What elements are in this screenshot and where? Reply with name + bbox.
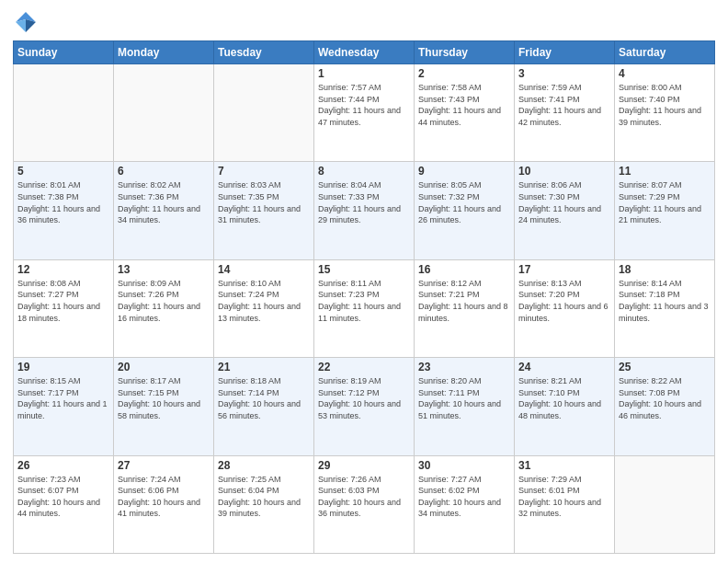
header <box>13 9 715 35</box>
calendar-cell: 17Sunrise: 8:13 AM Sunset: 7:20 PM Dayli… <box>515 259 615 357</box>
calendar-cell: 12Sunrise: 8:08 AM Sunset: 7:27 PM Dayli… <box>14 259 114 357</box>
calendar-week-row: 1Sunrise: 7:57 AM Sunset: 7:44 PM Daylig… <box>14 64 715 162</box>
day-number: 11 <box>619 165 711 178</box>
day-info: Sunrise: 8:08 AM Sunset: 7:27 PM Dayligh… <box>17 278 109 324</box>
calendar-cell: 8Sunrise: 8:04 AM Sunset: 7:33 PM Daylig… <box>314 162 415 259</box>
day-number: 15 <box>318 263 410 276</box>
calendar-cell: 24Sunrise: 8:21 AM Sunset: 7:10 PM Dayli… <box>515 358 615 455</box>
calendar-week-row: 12Sunrise: 8:08 AM Sunset: 7:27 PM Dayli… <box>14 259 715 357</box>
calendar-cell: 28Sunrise: 7:25 AM Sunset: 6:04 PM Dayli… <box>214 455 314 553</box>
day-info: Sunrise: 8:15 AM Sunset: 7:17 PM Dayligh… <box>17 375 109 421</box>
calendar-cell: 26Sunrise: 7:23 AM Sunset: 6:07 PM Dayli… <box>14 455 114 553</box>
day-number: 31 <box>518 459 610 472</box>
calendar-cell: 15Sunrise: 8:11 AM Sunset: 7:23 PM Dayli… <box>314 259 415 357</box>
calendar-table: SundayMondayTuesdayWednesdayThursdayFrid… <box>13 40 715 554</box>
day-info: Sunrise: 7:26 AM Sunset: 6:03 PM Dayligh… <box>318 474 410 520</box>
calendar-cell: 14Sunrise: 8:10 AM Sunset: 7:24 PM Dayli… <box>214 259 314 357</box>
day-number: 8 <box>318 165 410 178</box>
day-info: Sunrise: 7:29 AM Sunset: 6:01 PM Dayligh… <box>518 474 610 520</box>
logo <box>13 9 42 35</box>
weekday-header-tuesday: Tuesday <box>214 41 314 64</box>
calendar-cell: 18Sunrise: 8:14 AM Sunset: 7:18 PM Dayli… <box>615 259 715 357</box>
day-info: Sunrise: 8:20 AM Sunset: 7:11 PM Dayligh… <box>418 375 510 421</box>
weekday-header-thursday: Thursday <box>415 41 515 64</box>
calendar-cell: 11Sunrise: 8:07 AM Sunset: 7:29 PM Dayli… <box>615 162 715 259</box>
day-info: Sunrise: 7:25 AM Sunset: 6:04 PM Dayligh… <box>218 474 310 520</box>
day-number: 27 <box>118 459 210 472</box>
day-number: 6 <box>118 165 210 178</box>
weekday-header-monday: Monday <box>114 41 214 64</box>
weekday-header-saturday: Saturday <box>615 41 715 64</box>
calendar-cell: 31Sunrise: 7:29 AM Sunset: 6:01 PM Dayli… <box>515 455 615 553</box>
day-number: 29 <box>318 459 410 472</box>
calendar-week-row: 19Sunrise: 8:15 AM Sunset: 7:17 PM Dayli… <box>14 358 715 455</box>
day-info: Sunrise: 8:18 AM Sunset: 7:14 PM Dayligh… <box>218 375 310 421</box>
day-info: Sunrise: 8:07 AM Sunset: 7:29 PM Dayligh… <box>619 179 711 225</box>
day-info: Sunrise: 8:09 AM Sunset: 7:26 PM Dayligh… <box>118 278 210 324</box>
day-info: Sunrise: 7:24 AM Sunset: 6:06 PM Dayligh… <box>118 474 210 520</box>
day-info: Sunrise: 7:57 AM Sunset: 7:44 PM Dayligh… <box>318 82 410 128</box>
day-number: 19 <box>17 361 109 373</box>
day-number: 5 <box>17 165 109 178</box>
day-info: Sunrise: 7:58 AM Sunset: 7:43 PM Dayligh… <box>418 82 510 128</box>
day-info: Sunrise: 8:12 AM Sunset: 7:21 PM Dayligh… <box>418 278 510 324</box>
day-info: Sunrise: 8:00 AM Sunset: 7:40 PM Dayligh… <box>619 82 711 128</box>
calendar-cell: 3Sunrise: 7:59 AM Sunset: 7:41 PM Daylig… <box>515 64 615 162</box>
logo-icon <box>13 9 39 35</box>
calendar-cell: 23Sunrise: 8:20 AM Sunset: 7:11 PM Dayli… <box>415 358 515 455</box>
calendar-cell: 9Sunrise: 8:05 AM Sunset: 7:32 PM Daylig… <box>415 162 515 259</box>
day-number: 14 <box>218 263 310 276</box>
day-number: 7 <box>218 165 310 178</box>
day-info: Sunrise: 8:19 AM Sunset: 7:12 PM Dayligh… <box>318 375 410 421</box>
calendar-cell <box>214 64 314 162</box>
calendar-cell: 27Sunrise: 7:24 AM Sunset: 6:06 PM Dayli… <box>114 455 214 553</box>
day-number: 2 <box>418 67 510 80</box>
calendar-cell <box>14 64 114 162</box>
calendar-cell: 6Sunrise: 8:02 AM Sunset: 7:36 PM Daylig… <box>114 162 214 259</box>
day-info: Sunrise: 8:05 AM Sunset: 7:32 PM Dayligh… <box>418 179 510 225</box>
day-info: Sunrise: 8:11 AM Sunset: 7:23 PM Dayligh… <box>318 278 410 324</box>
calendar-cell: 4Sunrise: 8:00 AM Sunset: 7:40 PM Daylig… <box>615 64 715 162</box>
day-info: Sunrise: 8:02 AM Sunset: 7:36 PM Dayligh… <box>118 179 210 225</box>
calendar-cell: 21Sunrise: 8:18 AM Sunset: 7:14 PM Dayli… <box>214 358 314 455</box>
calendar-cell: 16Sunrise: 8:12 AM Sunset: 7:21 PM Dayli… <box>415 259 515 357</box>
page: SundayMondayTuesdayWednesdayThursdayFrid… <box>0 0 728 563</box>
day-number: 9 <box>418 165 510 178</box>
day-info: Sunrise: 7:27 AM Sunset: 6:02 PM Dayligh… <box>418 474 510 520</box>
calendar-cell: 10Sunrise: 8:06 AM Sunset: 7:30 PM Dayli… <box>515 162 615 259</box>
calendar-cell <box>114 64 214 162</box>
day-number: 26 <box>17 459 109 472</box>
day-number: 24 <box>518 361 610 373</box>
day-info: Sunrise: 8:03 AM Sunset: 7:35 PM Dayligh… <box>218 179 310 225</box>
day-number: 30 <box>418 459 510 472</box>
calendar-cell <box>615 455 715 553</box>
calendar-cell: 29Sunrise: 7:26 AM Sunset: 6:03 PM Dayli… <box>314 455 415 553</box>
calendar-cell: 13Sunrise: 8:09 AM Sunset: 7:26 PM Dayli… <box>114 259 214 357</box>
day-info: Sunrise: 8:06 AM Sunset: 7:30 PM Dayligh… <box>518 179 610 225</box>
day-number: 22 <box>318 361 410 373</box>
day-number: 17 <box>518 263 610 276</box>
day-number: 21 <box>218 361 310 373</box>
weekday-header-friday: Friday <box>515 41 615 64</box>
day-number: 23 <box>418 361 510 373</box>
day-info: Sunrise: 8:14 AM Sunset: 7:18 PM Dayligh… <box>619 278 711 324</box>
day-info: Sunrise: 8:22 AM Sunset: 7:08 PM Dayligh… <box>619 375 711 421</box>
day-number: 20 <box>118 361 210 373</box>
day-info: Sunrise: 7:23 AM Sunset: 6:07 PM Dayligh… <box>17 474 109 520</box>
day-info: Sunrise: 8:13 AM Sunset: 7:20 PM Dayligh… <box>518 278 610 324</box>
day-number: 12 <box>17 263 109 276</box>
weekday-header-wednesday: Wednesday <box>314 41 415 64</box>
calendar-cell: 20Sunrise: 8:17 AM Sunset: 7:15 PM Dayli… <box>114 358 214 455</box>
day-number: 16 <box>418 263 510 276</box>
day-info: Sunrise: 7:59 AM Sunset: 7:41 PM Dayligh… <box>518 82 610 128</box>
calendar-cell: 7Sunrise: 8:03 AM Sunset: 7:35 PM Daylig… <box>214 162 314 259</box>
day-number: 3 <box>518 67 610 80</box>
day-number: 28 <box>218 459 310 472</box>
day-info: Sunrise: 8:01 AM Sunset: 7:38 PM Dayligh… <box>17 179 109 225</box>
calendar-week-row: 5Sunrise: 8:01 AM Sunset: 7:38 PM Daylig… <box>14 162 715 259</box>
calendar-week-row: 26Sunrise: 7:23 AM Sunset: 6:07 PM Dayli… <box>14 455 715 553</box>
day-number: 13 <box>118 263 210 276</box>
calendar-cell: 30Sunrise: 7:27 AM Sunset: 6:02 PM Dayli… <box>415 455 515 553</box>
day-number: 10 <box>518 165 610 178</box>
calendar-cell: 19Sunrise: 8:15 AM Sunset: 7:17 PM Dayli… <box>14 358 114 455</box>
